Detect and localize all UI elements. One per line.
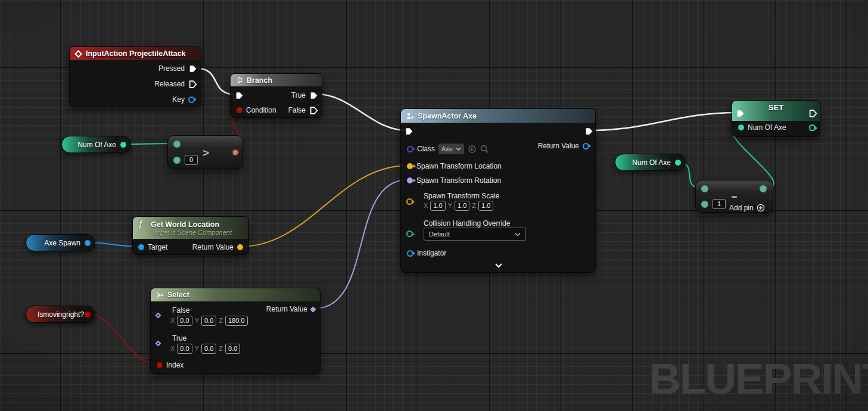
variable-label: Ismovingright? [38,310,84,319]
wire-true-to-spawn [316,94,407,130]
axis-label-z: Z [219,345,223,352]
event-diamond-icon [74,50,82,58]
node-get-num-of-axe-left[interactable]: Num Of Axe [61,136,131,153]
node-greater-than[interactable]: 0 > [167,135,243,169]
blueprint-canvas[interactable]: { "watermark": "BLUEPRINT", "axis": { "x… [0,0,868,411]
scale-y-input[interactable]: 1.0 [455,201,469,211]
axis-label-y: Y [448,202,452,209]
data-pin-false[interactable] [155,313,161,319]
variable-label: Num Of Axe [77,141,116,149]
pin-label-index: Index [166,361,183,369]
operator-symbol [732,196,737,198]
pin-label-spawn-rotation: Spawn Transform Rotation [416,176,501,185]
data-pin-b[interactable] [701,201,708,208]
branch-icon [235,76,243,84]
pin-label-instigator: Instigator [417,249,446,257]
data-pin-result[interactable] [232,149,239,156]
data-pin-a[interactable] [173,141,181,148]
data-pin-instigator[interactable] [407,250,413,257]
exec-pin-released[interactable] [188,80,197,89]
exec-pin-out[interactable] [584,127,593,136]
data-pin-class[interactable] [407,146,413,152]
data-pin-out[interactable] [120,142,126,148]
data-pin-return[interactable] [237,244,243,250]
data-pin-return-value[interactable] [310,306,316,312]
pin-label-released: Released [154,80,185,88]
scale-z-input[interactable]: 1.0 [478,201,493,211]
variable-label: Num Of Axe [632,158,671,167]
data-pin-collision[interactable] [406,231,413,237]
exec-pin-in[interactable] [405,127,413,136]
class-dropdown[interactable]: Axe [438,144,464,154]
expand-node-chevron[interactable] [494,263,503,268]
data-pin-a[interactable] [701,185,708,192]
browse-icon[interactable] [480,145,489,154]
scale-x-input[interactable]: 1.0 [430,201,445,211]
pin-label-return-value: Return Value [266,305,307,313]
data-pin-out[interactable] [85,312,91,317]
data-pin-result[interactable] [760,185,767,192]
option-label-false: False [172,306,189,315]
data-pin-spawn-scale[interactable] [406,198,413,205]
false-x-input[interactable]: 0.0 [177,316,192,326]
node-title: Get World Location [151,220,219,229]
wire-spawn-to-set [589,113,738,130]
data-pin-out[interactable] [85,240,91,246]
axis-label-x: X [424,202,428,209]
value-input-b[interactable]: 0 [185,155,198,165]
node-get-world-location[interactable]: ƒ Get World Location Target is Scene Com… [132,216,249,255]
node-branch[interactable]: Branch True Condition False [230,73,322,118]
node-get-num-of-axe-right[interactable]: Num Of Axe [615,154,686,171]
data-pin-key[interactable] [188,96,195,103]
option-label-true: True [172,334,186,342]
exec-pin-true[interactable] [309,91,318,100]
operator-symbol: > [203,147,209,160]
chevron-down-icon [456,147,461,151]
node-set-num-of-axe[interactable]: SET Num Of Axe [732,100,820,137]
data-pin-out[interactable] [675,160,681,166]
false-z-input[interactable]: 180.0 [225,316,248,326]
axis-label-z: Z [219,317,223,324]
pin-label-collision: Collision Handling Override [424,219,510,228]
false-y-input[interactable]: 0.0 [201,316,216,326]
add-pin-button[interactable] [757,204,765,212]
data-pin-condition[interactable] [237,107,242,113]
node-get-ismovingright[interactable]: Ismovingright? [26,306,95,323]
data-pin-var-in[interactable] [738,124,744,130]
node-input-action[interactable]: InputAction ProjectileAttack Pressed Rel… [69,46,201,107]
true-x-input[interactable]: 0.0 [177,344,192,354]
collision-dropdown[interactable]: Default [424,228,526,241]
axis-label-y: Y [195,317,199,324]
node-spawn-actor-axe[interactable]: SpawnActor Axe Class Axe Return Value Sp… [400,108,596,273]
data-pin-var-out[interactable] [809,124,816,131]
exec-pin-in[interactable] [736,109,745,118]
true-y-input[interactable]: 0.0 [201,344,216,354]
exec-pin-pressed[interactable] [188,64,197,73]
data-pin-spawn-location[interactable] [407,163,413,169]
node-get-axe-spawn[interactable]: Axe Spawn [26,234,95,251]
node-subtract[interactable]: 1 Add pin [695,180,773,213]
pin-label-spawn-scale: Spawn Transform Scale [424,192,499,200]
data-pin-spawn-rotation[interactable] [407,178,413,183]
data-pin-index[interactable] [157,362,163,368]
data-pin-true[interactable] [155,341,161,347]
variable-label: Num Of Axe [748,123,786,132]
axis-label-x: X [170,317,175,324]
data-pin-return-value[interactable] [583,143,589,150]
wire-ismoving-to-index [88,314,157,365]
value-input-b[interactable]: 1 [713,199,726,209]
node-select[interactable]: Select False X 0.0 Y 0.0 Z 180.0 Return … [150,288,321,374]
pin-label-class: Class [417,145,435,153]
node-title: Branch [247,76,272,85]
data-pin-b[interactable] [173,157,181,164]
exec-pin-out[interactable] [808,109,817,118]
data-pin-target[interactable] [138,244,144,250]
node-title: SET [732,103,820,112]
pin-label-return: Return Value [192,243,234,251]
true-z-input[interactable]: 0.0 [225,344,240,354]
exec-pin-in[interactable] [235,91,244,100]
use-selected-icon[interactable] [468,145,477,154]
pin-label-return-value: Return Value [538,142,579,150]
pin-label-pressed: Pressed [158,64,185,73]
exec-pin-false[interactable] [309,106,318,115]
